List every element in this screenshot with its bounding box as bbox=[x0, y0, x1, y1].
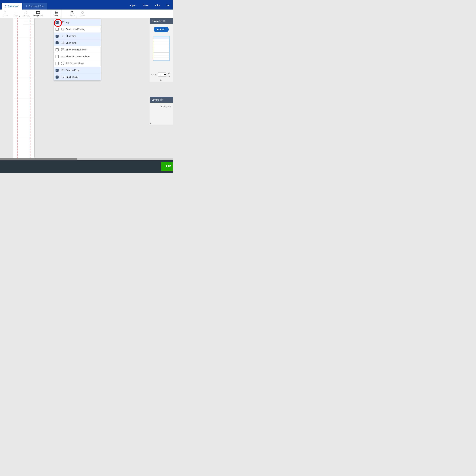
align-label: Align bbox=[13, 15, 17, 17]
print-action[interactable]: Print bbox=[155, 4, 160, 7]
preview-print-button[interactable]: PRE bbox=[161, 162, 173, 171]
view-menu-borderless[interactable]: Borderless Printing bbox=[54, 26, 101, 33]
paste-tool[interactable]: Paste bbox=[0, 10, 10, 18]
background-icon bbox=[36, 11, 40, 14]
borderless-icon bbox=[60, 28, 66, 31]
resize-handle-icon[interactable]: ◣ bbox=[150, 79, 173, 82]
checkbox-checked-icon: ✓ bbox=[55, 41, 59, 44]
svg-point-15 bbox=[62, 30, 62, 30]
label-sheet[interactable] bbox=[13, 18, 34, 158]
tab-preview-print[interactable]: 4 - Preview & Print bbox=[22, 3, 47, 10]
menu-item-label: Snap to Edge bbox=[66, 69, 80, 71]
sheet-label: Sheet bbox=[151, 73, 157, 76]
menu-item-label: Show Tips bbox=[66, 35, 76, 37]
sheet-select[interactable]: 1 bbox=[158, 72, 167, 77]
top-bar: 3 - Customize 4 - Preview & Print Open S… bbox=[0, 0, 173, 10]
view-menu-snap-edge[interactable]: ✓ Snap to Edge bbox=[54, 67, 101, 74]
checkbox-checked-icon: ✓ bbox=[55, 21, 59, 24]
fullscreen-icon bbox=[60, 62, 66, 65]
checkbox-unchecked-icon bbox=[55, 55, 59, 58]
checkbox-checked-icon: ✓ bbox=[55, 69, 59, 72]
svg-point-20 bbox=[62, 50, 62, 51]
svg-rect-0 bbox=[4, 11, 6, 14]
dropdown-indicator-icon bbox=[76, 16, 76, 17]
info-icon[interactable]: i bbox=[163, 20, 166, 22]
label-cell[interactable] bbox=[13, 98, 34, 118]
view-label: View bbox=[54, 15, 58, 17]
navigator-title: Navigator bbox=[152, 20, 162, 22]
edit-all-button[interactable]: Edit All bbox=[153, 27, 169, 32]
top-actions: Open Save Print He bbox=[130, 4, 173, 10]
navigator-thumbnail[interactable] bbox=[153, 36, 170, 61]
menu-item-label: Show Item Numbers bbox=[66, 48, 86, 51]
zoom-tool[interactable]: Zoom bbox=[67, 10, 77, 18]
view-menu-textbox-outlines[interactable]: ABCD Show Text Box Outlines bbox=[54, 53, 101, 60]
tab-customize[interactable]: 3 - Customize bbox=[1, 3, 22, 10]
label-cell[interactable] bbox=[13, 138, 34, 158]
save-action[interactable]: Save bbox=[143, 4, 148, 7]
step-tabs: 3 - Customize 4 - Preview & Print bbox=[1, 3, 47, 10]
delete-label: Delete bbox=[80, 15, 85, 17]
spellcheck-icon: A bbox=[60, 76, 66, 78]
dropdown-indicator-icon bbox=[60, 16, 60, 17]
arrange-icon bbox=[24, 11, 28, 14]
label-cell[interactable] bbox=[13, 38, 34, 58]
menu-item-label: Flip bbox=[66, 21, 69, 24]
svg-text:A: A bbox=[61, 76, 63, 78]
delete-tool[interactable]: Delete bbox=[77, 10, 87, 18]
toolbar: Paste Align Arrange Background View Zoo bbox=[0, 10, 173, 18]
delete-icon bbox=[81, 11, 84, 14]
view-menu-spell-check[interactable]: ✓ A Spell Check bbox=[54, 74, 101, 81]
zoom-label: Zoom bbox=[70, 15, 75, 17]
align-icon bbox=[14, 11, 17, 14]
checkbox-checked-icon: ✓ bbox=[55, 76, 59, 79]
flip-icon bbox=[60, 21, 66, 24]
label-cell[interactable] bbox=[13, 118, 34, 138]
layers-title: Layers bbox=[152, 99, 159, 101]
menu-item-label: Show Grid bbox=[66, 42, 76, 44]
horizontal-scrollbar[interactable] bbox=[0, 158, 173, 160]
label-cell[interactable] bbox=[13, 18, 34, 38]
textbox-outline-icon: ABCD bbox=[60, 56, 66, 57]
layers-panel: Layers i Your produ ◣ bbox=[150, 97, 173, 125]
svg-point-13 bbox=[62, 29, 62, 29]
sheet-selector-row: Sheet 1 of 1 bbox=[150, 72, 173, 79]
menu-item-label: Full Screen Mode bbox=[66, 62, 84, 65]
view-menu-fullscreen[interactable]: Full Screen Mode bbox=[54, 60, 101, 67]
label-cell[interactable] bbox=[13, 78, 34, 98]
paste-label: Paste bbox=[3, 15, 8, 17]
label-cell[interactable] bbox=[13, 58, 34, 78]
open-action[interactable]: Open bbox=[130, 4, 136, 7]
help-action[interactable]: He bbox=[167, 4, 170, 7]
checkbox-unchecked-icon bbox=[55, 28, 59, 31]
item-numbers-icon bbox=[60, 48, 66, 51]
svg-rect-3 bbox=[15, 13, 16, 13]
view-menu-show-tips[interactable]: ✓ i Show Tips bbox=[54, 33, 101, 39]
menu-item-label: Spell Check bbox=[66, 76, 78, 78]
dropdown-indicator-icon bbox=[29, 16, 30, 17]
zoom-in-icon bbox=[70, 11, 74, 14]
grid-icon bbox=[60, 41, 66, 44]
dropdown-indicator-icon bbox=[19, 16, 20, 17]
arrange-tool[interactable]: Arrange bbox=[21, 10, 31, 18]
menu-item-label: Borderless Printing bbox=[66, 28, 85, 31]
resize-handle-icon[interactable]: ◣ bbox=[150, 122, 173, 125]
view-menu-show-grid[interactable]: ✓ Show Grid bbox=[54, 39, 101, 46]
checkbox-unchecked-icon bbox=[55, 48, 59, 51]
info-icon: i bbox=[60, 34, 66, 38]
background-tool[interactable]: Background bbox=[31, 10, 45, 18]
svg-point-19 bbox=[62, 49, 62, 49]
dropdown-indicator-icon bbox=[43, 16, 44, 17]
navigator-header: Navigator i bbox=[150, 18, 173, 24]
info-icon[interactable]: i bbox=[160, 99, 163, 101]
view-menu-flip[interactable]: ✓ Flip bbox=[54, 19, 101, 26]
view-tool[interactable]: View bbox=[51, 10, 61, 18]
scrollbar-thumb[interactable] bbox=[0, 158, 77, 160]
background-label: Background bbox=[33, 15, 43, 17]
navigator-body: Edit All Sheet 1 of 1 ◣ bbox=[150, 24, 173, 82]
checkbox-checked-icon: ✓ bbox=[55, 34, 59, 38]
view-menu-item-numbers[interactable]: Show Item Numbers bbox=[54, 46, 101, 53]
layers-body: Your produ bbox=[150, 103, 173, 122]
svg-rect-4 bbox=[36, 11, 40, 14]
align-tool[interactable]: Align bbox=[10, 10, 21, 18]
